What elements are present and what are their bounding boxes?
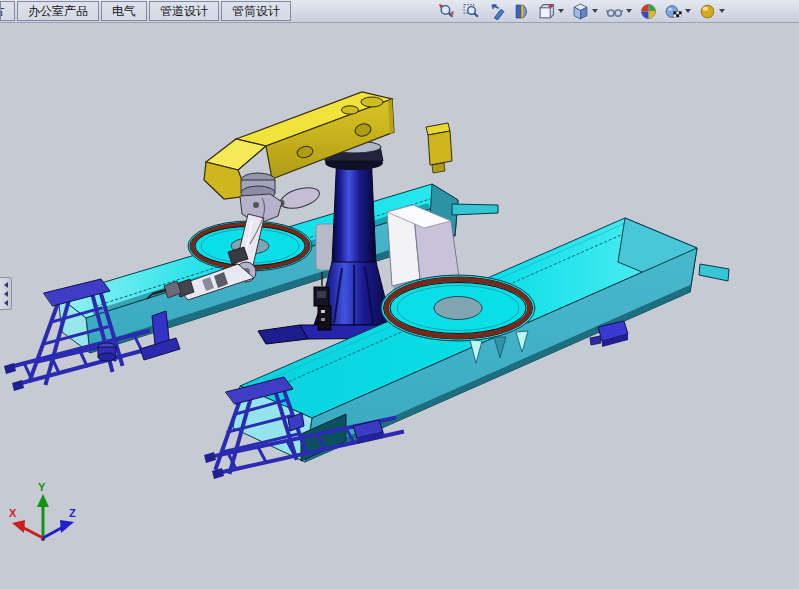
zoom-to-fit-icon (438, 3, 455, 20)
tab-strip: 古 办公室产品电气管道设计管筒设计 (0, 1, 293, 21)
tab-label: 电气 (112, 3, 136, 20)
hide-show-items-icon (606, 3, 623, 20)
tab-4[interactable]: 管筒设计 (221, 1, 291, 21)
edit-appearance-icon (640, 3, 657, 20)
hide-show-items-button[interactable] (604, 0, 634, 22)
triad-y-label: Y (38, 481, 46, 493)
triad-z-label: Z (69, 507, 76, 519)
section-view-icon (513, 3, 530, 20)
tab-1[interactable]: 办公室产品 (17, 1, 99, 21)
command-bar: 古 办公室产品电气管道设计管筒设计 (0, 0, 799, 23)
view-settings-button[interactable] (697, 0, 727, 22)
dropdown-arrow-icon[interactable] (719, 9, 725, 13)
panel-expand-handle[interactable] (0, 277, 12, 310)
tab-label: 办公室产品 (28, 3, 88, 20)
previous-view-button[interactable] (486, 0, 507, 22)
orientation-triad: X Y Z (9, 481, 76, 541)
section-view-button[interactable] (511, 0, 532, 22)
collapse-arrow-icon (4, 291, 8, 297)
display-style-icon (572, 3, 589, 20)
graphics-viewport[interactable]: X Y Z (0, 0, 799, 589)
previous-view-icon (488, 3, 505, 20)
dropdown-arrow-icon[interactable] (592, 9, 598, 13)
view-orientation-button[interactable] (536, 0, 566, 22)
tab-3[interactable]: 管道设计 (149, 1, 219, 21)
tab-label: 管筒设计 (232, 3, 280, 20)
tab-label: 古 (0, 3, 5, 20)
display-style-button[interactable] (570, 0, 600, 22)
edit-appearance-button[interactable] (638, 0, 659, 22)
application-window: X Y Z 古 办公室产品电气管道设计管筒设计 (0, 0, 799, 589)
apply-scene-icon (665, 3, 682, 20)
dropdown-arrow-icon[interactable] (558, 9, 564, 13)
tab-partial-left[interactable]: 古 (0, 1, 15, 21)
view-orientation-icon (538, 3, 555, 20)
view-toolbar (436, 1, 727, 21)
view-settings-icon (699, 3, 716, 20)
tab-label: 管道设计 (160, 3, 208, 20)
dropdown-arrow-icon[interactable] (626, 9, 632, 13)
collapse-arrow-icon (4, 282, 8, 288)
tab-2[interactable]: 电气 (101, 1, 147, 21)
triad-x-label: X (9, 507, 17, 519)
apply-scene-button[interactable] (663, 0, 693, 22)
collapse-arrow-icon (4, 300, 8, 306)
zoom-to-area-button[interactable] (461, 0, 482, 22)
assembly-scene[interactable]: X Y Z (0, 0, 799, 589)
dropdown-arrow-icon[interactable] (685, 9, 691, 13)
zoom-to-fit-button[interactable] (436, 0, 457, 22)
zoom-to-area-icon (463, 3, 480, 20)
